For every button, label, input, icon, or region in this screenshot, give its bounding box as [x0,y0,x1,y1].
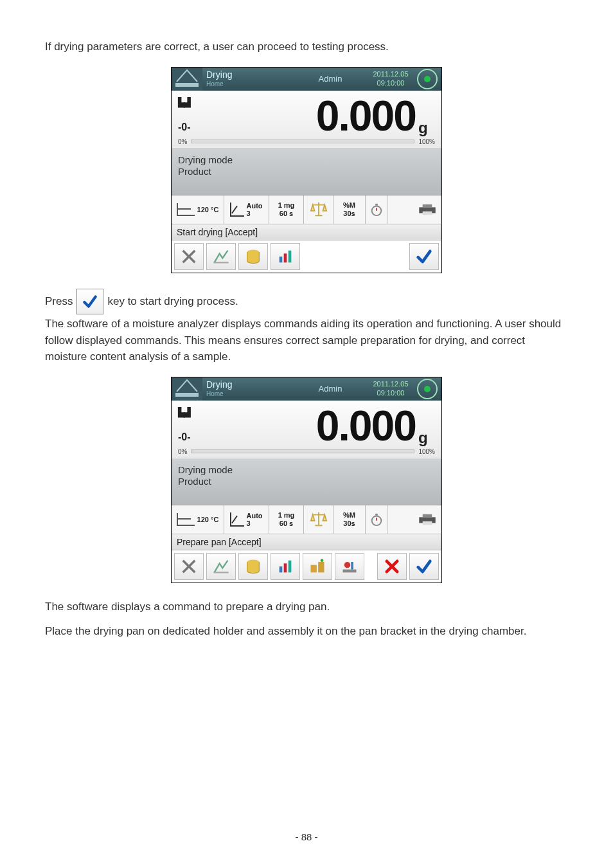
param-auto[interactable]: Auto 3 [224,505,269,534]
stability-icon: ▙▟ [178,407,217,417]
main-value: 0.000 [217,95,416,137]
main-value: 0.000 [217,404,416,447]
tool-database-button[interactable] [238,243,268,270]
header-time: 09:10:00 [366,389,416,397]
prepare-pan-text: The software displays a command to prepa… [45,599,568,615]
header-date: 2011.12.05 [366,380,416,388]
auto-switch-icon [230,512,244,527]
param-result-unit[interactable]: %M 30s [333,505,366,534]
header-date: 2011.12.05 [366,70,416,78]
status-indicator-icon [417,69,438,89]
svg-rect-4 [423,204,432,208]
tool-profile-button[interactable] [206,243,236,270]
svg-rect-2 [375,204,378,206]
tool-tare-button[interactable] [335,553,364,580]
svg-rect-17 [213,572,228,573]
mode-line-1: Drying mode [178,464,435,476]
mode-line-2: Product [178,166,435,178]
svg-point-12 [371,516,381,526]
tool-settings-button[interactable] [174,243,204,270]
explanation-text: The software of a moisture analyzer disp… [45,316,568,365]
accept-key-icon [76,289,103,314]
svg-rect-5 [423,212,432,215]
press-post-text: key to start drying process. [107,293,238,310]
status-indicator-icon [417,379,438,399]
param-result-unit[interactable]: %M 30s [333,195,366,224]
page-number: - 88 - [0,831,613,842]
zero-indicator: -0- [178,431,217,443]
screen-subtitle: Home [206,80,295,87]
screen-title: Drying [206,70,295,80]
auto-switch-icon [230,203,244,217]
tool-chart-button[interactable] [271,553,300,580]
svg-rect-10 [289,251,292,263]
accept-button[interactable] [409,243,439,270]
printer-icon[interactable] [413,505,441,534]
header-time: 09:10:00 [366,79,416,87]
svg-rect-11 [175,393,199,397]
svg-rect-21 [289,561,292,573]
param-settings[interactable]: 1 mg 60 s [269,195,304,224]
cancel-button[interactable] [377,553,407,580]
svg-rect-25 [343,570,357,573]
status-message: Start drying [Accept] [172,224,441,240]
svg-rect-6 [213,262,228,263]
param-auto[interactable]: Auto 3 [224,195,269,224]
mode-line-2: Product [178,476,435,488]
svg-rect-22 [311,565,317,573]
device-screenshot-1: Drying Home Admin 2011.12.05 09:10:00 ▙▟… [171,67,442,274]
svg-rect-19 [280,566,283,572]
temp-profile-icon [177,513,195,526]
bar-right-label: 100% [418,448,435,455]
svg-rect-0 [175,83,199,87]
param-settings[interactable]: 1 mg 60 s [269,505,304,534]
svg-rect-15 [423,514,432,518]
svg-rect-8 [280,257,283,262]
main-unit: g [416,95,435,137]
stability-icon: ▙▟ [178,97,217,107]
param-temperature[interactable]: 120 °C [172,195,224,224]
weigh-icon [172,377,202,401]
balance-icon[interactable] [304,505,333,534]
progress-bar [191,449,414,453]
admin-label: Admin [295,384,366,393]
timer-icon[interactable] [366,505,387,534]
mode-line-1: Drying mode [178,154,435,167]
place-pan-text: Place the drying pan on dedicated holder… [45,623,568,640]
param-temperature[interactable]: 120 °C [172,505,224,534]
bar-left-label: 0% [178,448,187,455]
printer-icon[interactable] [413,195,441,224]
progress-bar [191,140,414,143]
tool-profile-button[interactable] [206,553,236,580]
bar-left-label: 0% [178,138,187,145]
tool-chart-button[interactable] [271,243,300,270]
intro-text: If drying parameters are correct, a user… [45,39,568,55]
admin-label: Admin [295,74,366,84]
balance-icon[interactable] [304,195,333,224]
tool-settings-button[interactable] [174,553,204,580]
tool-database-button[interactable] [238,553,268,580]
bar-right-label: 100% [418,138,435,145]
main-unit: g [416,404,435,447]
svg-rect-20 [284,563,287,572]
accept-button[interactable] [409,553,439,580]
screen-title: Drying [206,380,295,390]
timer-icon[interactable] [366,195,387,224]
weigh-icon [172,68,202,91]
svg-rect-27 [351,562,353,570]
svg-point-26 [344,562,350,568]
press-pre-text: Press [45,293,73,310]
tool-weights-button[interactable] [303,553,332,580]
svg-rect-23 [318,562,324,572]
svg-point-24 [321,559,324,562]
svg-rect-16 [423,521,432,525]
device-screenshot-2: Drying Home Admin 2011.12.05 09:10:00 ▙▟… [171,377,442,584]
temp-profile-icon [177,203,195,216]
svg-rect-9 [284,253,287,262]
status-message: Prepare pan [Accept] [172,534,441,550]
zero-indicator: -0- [178,122,217,133]
screen-subtitle: Home [206,390,295,397]
svg-rect-13 [375,514,378,516]
